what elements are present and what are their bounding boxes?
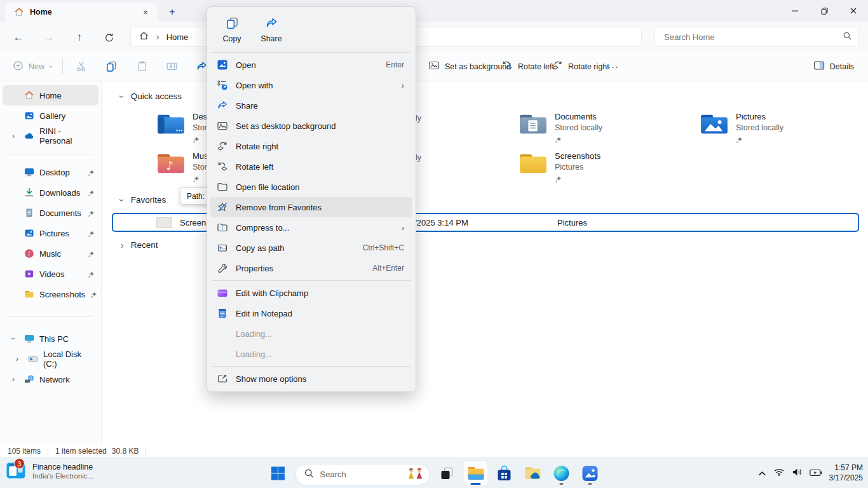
menu-item-copy-as-path[interactable]: Copy as path Ctrl+Shift+C — [210, 238, 412, 258]
new-tab-button[interactable]: + — [164, 4, 180, 20]
volume-icon[interactable] — [792, 468, 803, 479]
paste-button[interactable] — [132, 52, 152, 81]
sidebar-item-local-disk[interactable]: › Local Disk (C:) — [6, 349, 98, 369]
tray-date: 3/17/2025 — [829, 473, 863, 484]
menu-item-label: Open file location — [236, 182, 299, 192]
pin-icon — [88, 169, 95, 176]
desktop-icon — [24, 167, 34, 177]
share-quick-button[interactable]: Share — [254, 13, 288, 46]
copy-button[interactable] — [102, 52, 121, 81]
sidebar-item-label: Pictures — [39, 229, 69, 238]
quick-access-card-screenshots[interactable]: Screenshots Pictures — [519, 151, 600, 186]
menu-item-remove-from-favorites[interactable]: Remove from Favorites — [210, 197, 412, 217]
expand-chevron-icon[interactable]: › — [8, 132, 19, 140]
menu-item-rotate-right[interactable]: Rotate right — [210, 136, 412, 156]
task-view-button[interactable] — [435, 461, 460, 486]
restore-button[interactable] — [810, 0, 839, 22]
menu-item-edit-in-notepad[interactable]: Edit in Notepad — [210, 303, 412, 323]
up-button[interactable]: ↑ — [71, 29, 88, 46]
sidebar-item-downloads[interactable]: Downloads — [3, 182, 98, 203]
menu-item-properties[interactable]: Properties Alt+Enter — [210, 258, 412, 278]
expand-chevron-icon[interactable]: › — [8, 375, 19, 384]
battery-icon[interactable] — [810, 468, 822, 479]
taskbar-search-input[interactable] — [320, 470, 401, 479]
photos-button[interactable] — [578, 461, 603, 486]
breadcrumb-home-icon[interactable] — [139, 30, 149, 43]
breadcrumb-location[interactable]: Home — [166, 32, 189, 42]
forward-button[interactable]: → — [41, 29, 57, 46]
sidebar-item-screenshots[interactable]: Screenshots — [3, 284, 98, 304]
clock[interactable]: 1:57 PM 3/17/2025 — [829, 463, 863, 483]
sidebar-item-home[interactable]: Home — [3, 85, 98, 105]
quick-access-header[interactable]: › Quick access — [121, 92, 182, 101]
tab-home[interactable]: Home × — [5, 3, 158, 22]
menu-item-share[interactable]: Share — [210, 95, 412, 116]
start-button[interactable] — [266, 461, 291, 486]
sidebar-item-documents[interactable]: Documents — [3, 203, 98, 223]
sidebar-item-onedrive[interactable]: › RINI - Personal — [3, 126, 98, 146]
sidebar-item-label: RINI - Personal — [39, 126, 95, 146]
sidebar-item-desktop[interactable]: Desktop — [3, 162, 98, 182]
card-title: Pictures — [736, 112, 783, 121]
menu-item-open[interactable]: Open Enter — [210, 55, 412, 75]
task-view-icon — [440, 466, 455, 481]
sidebar-item-pictures[interactable]: Pictures — [3, 223, 98, 243]
minimize-button[interactable] — [780, 0, 810, 22]
file-explorer-button[interactable] — [463, 461, 489, 486]
hidden-icons-chevron-icon[interactable] — [758, 468, 766, 479]
wifi-icon[interactable] — [773, 468, 785, 479]
status-divider — [48, 447, 48, 455]
share-icon — [217, 100, 228, 111]
menu-item-set-desktop-background[interactable]: Set as desktop background — [210, 116, 412, 136]
menu-item-rotate-left[interactable]: Rotate left — [210, 156, 412, 177]
menu-item-open-with[interactable]: Open with › — [210, 75, 412, 95]
sidebar-item-videos[interactable]: Videos — [3, 264, 98, 284]
explorer-search-input[interactable] — [664, 32, 843, 42]
details-button[interactable]: Details — [810, 52, 858, 81]
window-controls — [780, 0, 868, 22]
taskbar-search-box[interactable] — [295, 464, 430, 485]
expand-chevron-icon[interactable]: › — [11, 355, 23, 363]
section-chevron-icon[interactable]: › — [118, 95, 126, 98]
file-date-modified: 6/2025 3:14 PM — [410, 218, 468, 227]
rotate-left-icon — [501, 60, 513, 73]
menu-item-show-more-options[interactable]: Show more options — [210, 369, 412, 389]
edge-icon — [553, 465, 570, 482]
more-options-button[interactable]: ··· — [604, 52, 623, 81]
menu-item-open-file-location[interactable]: Open file location — [210, 177, 412, 197]
menu-item-compress-to[interactable]: Compress to... › — [210, 217, 412, 238]
close-button[interactable] — [839, 0, 868, 22]
folder-icon — [217, 181, 228, 193]
status-divider — [146, 447, 146, 455]
section-chevron-icon[interactable]: › — [118, 198, 126, 201]
favorites-header[interactable]: › Favorites — [121, 195, 166, 205]
menu-shortcut: Enter — [386, 60, 404, 69]
onedrive-folder-button[interactable] — [520, 461, 546, 486]
tab-close-icon[interactable]: × — [139, 5, 153, 19]
cut-button[interactable] — [72, 52, 92, 81]
copy-quick-button[interactable]: Copy — [215, 13, 249, 46]
explorer-search-box[interactable] — [654, 27, 859, 47]
tray-time: 1:57 PM — [829, 463, 863, 473]
new-button[interactable]: New › — [9, 52, 56, 81]
microsoft-store-button[interactable] — [492, 461, 517, 486]
search-icon[interactable] — [843, 31, 852, 43]
collapse-chevron-icon[interactable]: › — [10, 333, 17, 344]
back-button[interactable]: ← — [10, 29, 27, 46]
recent-header[interactable]: › Recent — [121, 240, 158, 250]
refresh-button[interactable] — [100, 29, 117, 46]
quick-access-card-pictures[interactable]: Pictures Stored locally — [700, 112, 783, 146]
section-chevron-icon[interactable]: › — [121, 241, 124, 250]
sidebar-item-music[interactable]: ♪ Music — [3, 243, 98, 264]
sidebar-item-network[interactable]: › Network — [3, 369, 98, 390]
menu-item-label: Loading... — [236, 329, 272, 339]
notification-badge: 3 — [14, 458, 25, 469]
sidebar-item-this-pc[interactable]: › This PC — [3, 329, 98, 349]
plus-circle-icon — [13, 60, 24, 73]
rename-button[interactable] — [162, 52, 182, 81]
menu-item-edit-with-clipchamp[interactable]: Edit with Clipchamp — [210, 283, 412, 303]
quick-access-card-documents[interactable]: Documents Stored locally — [519, 112, 602, 146]
edge-button[interactable] — [549, 461, 574, 486]
sidebar-item-gallery[interactable]: Gallery — [3, 105, 98, 126]
widgets-button[interactable]: 3 Finance headline India's Electronic... — [6, 462, 93, 480]
